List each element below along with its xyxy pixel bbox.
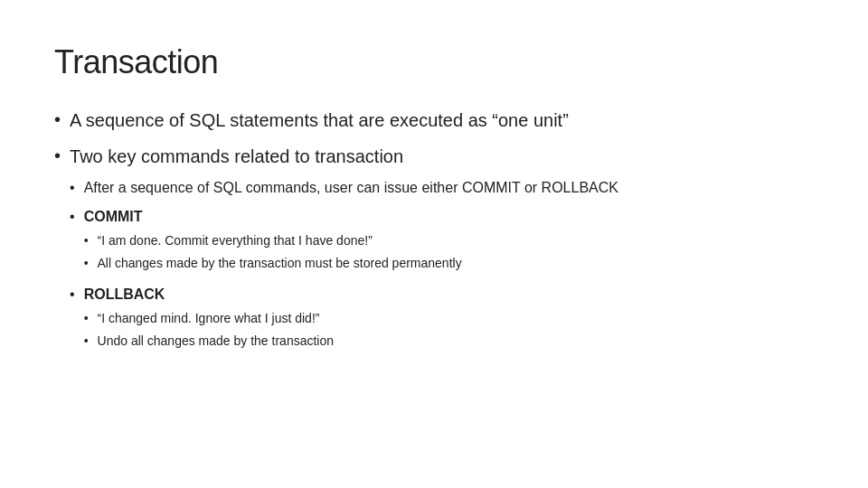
- sub-sub-list-rollback: “I changed mind. Ignore what I just did!…: [84, 309, 814, 351]
- sub-item-1-text: After a sequence of SQL commands, user c…: [84, 177, 814, 199]
- sub-item-3: ROLLBACK “I changed mind. Ignore what I …: [70, 284, 814, 354]
- bullet-1-text: A sequence of SQL statements that are ex…: [70, 107, 814, 134]
- main-bullet-list: A sequence of SQL statements that are ex…: [54, 107, 814, 361]
- sub-item-1: After a sequence of SQL commands, user c…: [70, 177, 814, 199]
- slide: Transaction A sequence of SQL statements…: [0, 0, 868, 488]
- slide-title: Transaction: [54, 43, 814, 81]
- subsub-item-1-text: “I am done. Commit everything that I hav…: [98, 231, 814, 250]
- subsub-item-4: Undo all changes made by the transaction: [84, 332, 814, 351]
- sub-item-2-content: COMMIT “I am done. Commit everything tha…: [84, 206, 814, 277]
- subsub-item-1: “I am done. Commit everything that I hav…: [84, 231, 814, 250]
- sub-item-2: COMMIT “I am done. Commit everything tha…: [70, 206, 814, 277]
- sub-item-3-label: ROLLBACK: [84, 286, 165, 302]
- subsub-item-3: “I changed mind. Ignore what I just did!…: [84, 309, 814, 328]
- sub-item-3-content: ROLLBACK “I changed mind. Ignore what I …: [84, 284, 814, 354]
- sub-bullet-list: After a sequence of SQL commands, user c…: [70, 177, 814, 354]
- sub-item-2-label: COMMIT: [84, 209, 143, 224]
- subsub-item-4-text: Undo all changes made by the transaction: [98, 332, 814, 351]
- main-bullet-1: A sequence of SQL statements that are ex…: [54, 107, 814, 134]
- subsub-item-2: All changes made by the transaction must…: [84, 254, 814, 273]
- bullet-2-text: Two key commands related to transaction …: [70, 143, 814, 361]
- subsub-item-3-text: “I changed mind. Ignore what I just did!…: [98, 309, 814, 328]
- subsub-item-2-text: All changes made by the transaction must…: [98, 254, 814, 273]
- main-bullet-2: Two key commands related to transaction …: [54, 143, 814, 361]
- sub-sub-list-commit: “I am done. Commit everything that I hav…: [84, 231, 814, 273]
